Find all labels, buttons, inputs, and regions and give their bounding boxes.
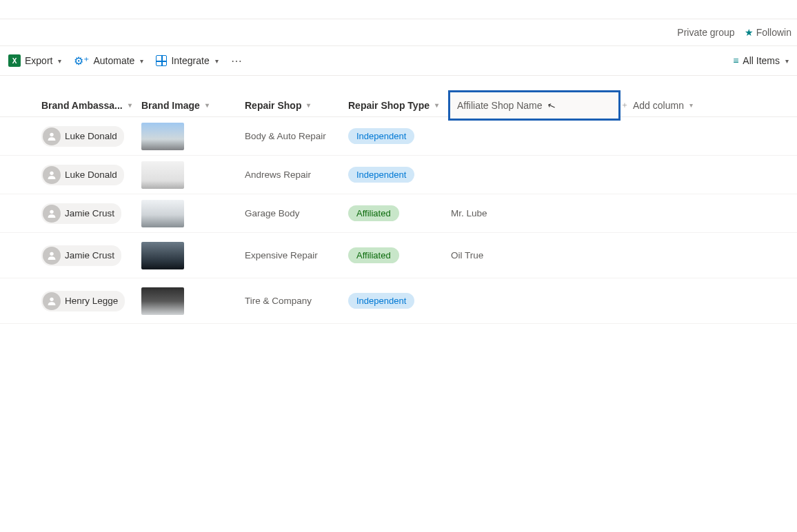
automate-button[interactable]: ⚙⁺ Automate ▾ [74, 54, 143, 68]
cell-brand-image [141, 161, 245, 189]
export-button[interactable]: X Export ▾ [8, 54, 61, 67]
table-row[interactable]: Henry Legge Tire & Company Independent [0, 278, 797, 324]
svg-point-2 [50, 209, 53, 213]
cell-brand-ambassador: Jamie Crust [41, 203, 141, 224]
person-name: Luke Donald [65, 170, 117, 180]
cell-repair-shop: Andrews Repair [245, 170, 348, 180]
svg-point-4 [50, 297, 53, 300]
cell-repair-shop: Garage Body [245, 208, 348, 218]
add-column-button[interactable]: ＋ Add column ▾ [621, 94, 797, 116]
integrate-button[interactable]: Integrate ▾ [156, 55, 218, 66]
chevron-down-icon: ▾ [215, 57, 219, 65]
brand-image-thumbnail[interactable] [141, 242, 184, 269]
cell-repair-shop-type: Independent [348, 293, 448, 309]
excel-icon: X [8, 54, 21, 67]
column-label: Brand Image [141, 100, 200, 111]
list-view: Brand Ambassa... ▾ Brand Image ▾ Repair … [0, 76, 797, 324]
avatar-icon [43, 247, 61, 265]
more-actions-button[interactable]: ⋯ [231, 54, 243, 68]
cell-brand-ambassador: Henry Legge [41, 291, 141, 311]
column-header-repair-shop[interactable]: Repair Shop ▾ [245, 94, 348, 116]
brand-image-thumbnail[interactable] [141, 200, 184, 227]
type-pill: Affiliated [348, 247, 399, 263]
column-header-affiliate-shop-name-editing[interactable]: Affiliate Shop Name [448, 90, 621, 121]
cell-brand-ambassador: Jamie Crust [41, 245, 141, 266]
person-chip[interactable]: Jamie Crust [41, 203, 121, 224]
person-name: Jamie Crust [65, 250, 114, 260]
chevron-down-icon: ▾ [435, 101, 438, 109]
column-label: Repair Shop Type [348, 100, 430, 111]
cell-brand-image [141, 200, 245, 227]
chevron-down-icon: ▾ [689, 101, 693, 109]
avatar-icon [43, 127, 61, 145]
following-button[interactable]: ★ Followin [745, 27, 791, 38]
column-header-row: Brand Ambassa... ▾ Brand Image ▾ Repair … [0, 76, 797, 117]
export-label: Export [25, 55, 52, 66]
table-row[interactable]: Jamie Crust Expensive Repair Affiliated … [0, 233, 797, 278]
cell-repair-shop-type: Independent [348, 128, 448, 144]
toolbar: X Export ▾ ⚙⁺ Automate ▾ Integrate ▾ ⋯ ≡… [0, 45, 797, 76]
table-row[interactable]: Luke Donald Body & Auto Repair Independe… [0, 117, 797, 156]
person-name: Jamie Crust [65, 208, 114, 218]
more-icon: ⋯ [231, 54, 243, 68]
integrate-icon [156, 55, 167, 66]
private-group-label: Private group [677, 27, 734, 38]
brand-image-thumbnail[interactable] [141, 161, 184, 189]
column-header-repair-shop-type[interactable]: Repair Shop Type ▾ [348, 94, 448, 116]
column-label: Repair Shop [245, 100, 301, 111]
avatar-icon [43, 292, 61, 310]
column-header-brand-ambassador[interactable]: Brand Ambassa... ▾ [41, 94, 141, 116]
svg-point-0 [50, 132, 53, 136]
person-chip[interactable]: Henry Legge [41, 291, 125, 311]
cursor-icon [547, 100, 556, 111]
star-icon: ★ [745, 27, 754, 38]
cell-brand-ambassador: Luke Donald [41, 126, 141, 147]
column-header-brand-image[interactable]: Brand Image ▾ [141, 94, 245, 116]
chevron-down-icon: ▾ [205, 101, 209, 109]
type-pill: Independent [348, 128, 414, 144]
cell-repair-shop: Body & Auto Repair [245, 131, 348, 141]
table-row[interactable]: Jamie Crust Garage Body Affiliated Mr. L… [0, 194, 797, 233]
column-label: Brand Ambassa... [41, 100, 123, 111]
type-pill: Independent [348, 167, 414, 183]
list-icon: ≡ [733, 55, 738, 66]
type-pill: Independent [348, 293, 414, 309]
chevron-down-icon: ▾ [785, 57, 789, 65]
plus-icon: ＋ [621, 99, 629, 111]
cell-repair-shop-type: Affiliated [348, 205, 448, 221]
column-label: Affiliate Shop Name [457, 100, 542, 111]
svg-point-1 [50, 171, 53, 174]
chevron-down-icon: ▾ [58, 57, 61, 65]
cell-repair-shop: Expensive Repair [245, 250, 348, 260]
automate-label: Automate [93, 55, 134, 66]
person-name: Luke Donald [65, 131, 117, 141]
avatar-icon [43, 166, 61, 184]
cell-repair-shop-type: Affiliated [348, 247, 448, 263]
add-column-label: Add column [633, 100, 684, 111]
chevron-down-icon: ▾ [307, 101, 310, 109]
all-items-label: All Items [743, 55, 780, 66]
page-header: Private group ★ Followin [0, 19, 797, 45]
type-pill: Affiliated [348, 205, 399, 221]
chevron-down-icon: ▾ [128, 101, 132, 109]
cell-brand-ambassador: Luke Donald [41, 165, 141, 185]
svg-point-3 [50, 252, 53, 255]
cell-affiliate-shop-name: Oil True [448, 250, 621, 260]
cell-brand-image [141, 242, 245, 269]
cell-repair-shop: Tire & Company [245, 296, 348, 306]
brand-image-thumbnail[interactable] [141, 287, 184, 315]
person-chip[interactable]: Luke Donald [41, 126, 124, 147]
chevron-down-icon: ▾ [140, 57, 143, 65]
avatar-icon [43, 205, 61, 223]
all-items-dropdown[interactable]: ≡ All Items ▾ [733, 55, 789, 66]
person-name: Henry Legge [65, 296, 118, 306]
automate-icon: ⚙⁺ [74, 54, 89, 68]
person-chip[interactable]: Jamie Crust [41, 245, 121, 266]
person-chip[interactable]: Luke Donald [41, 165, 124, 185]
cell-brand-image [141, 287, 245, 315]
following-label: Followin [756, 27, 791, 38]
cell-brand-image [141, 123, 245, 150]
table-row[interactable]: Luke Donald Andrews Repair Independent [0, 156, 797, 194]
brand-image-thumbnail[interactable] [141, 123, 184, 150]
cell-affiliate-shop-name: Mr. Lube [448, 208, 621, 218]
